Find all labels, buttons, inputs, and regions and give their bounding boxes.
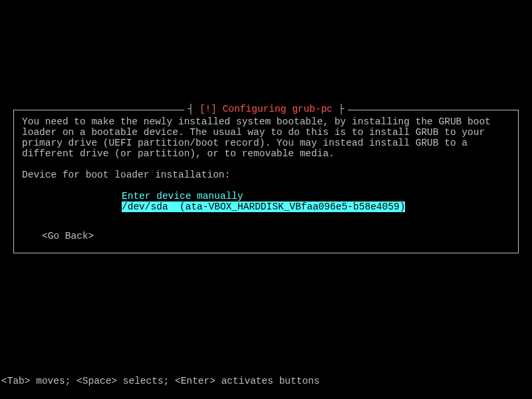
title-label: Configuring grub-pc	[217, 104, 338, 114]
dialog-title: ┤ [!] Configuring grub-pc ├	[184, 104, 348, 114]
dialog-prompt: Device for boot loader installation:	[22, 170, 510, 181]
go-back-button[interactable]: <Go Back>	[42, 231, 94, 241]
title-bracket-left: ┤	[188, 104, 200, 114]
title-bracket-right: ├	[338, 104, 344, 114]
title-flag: [!]	[200, 104, 217, 114]
device-options-list: Enter device manually /dev/sda (ata-VBOX…	[122, 192, 510, 213]
dialog-title-bar: ┤ [!] Configuring grub-pc ├	[14, 104, 518, 115]
option-dev-sda[interactable]: /dev/sda (ata-VBOX_HARDDISK_VBfaa096e5-b…	[122, 202, 510, 213]
grub-config-dialog: ┤ [!] Configuring grub-pc ├ You need to …	[13, 110, 519, 253]
footer-help-text: <Tab> moves; <Space> selects; <Enter> ac…	[1, 376, 320, 387]
dialog-body-text: You need to make the newly installed sys…	[22, 117, 510, 160]
option-enter-manually[interactable]: Enter device manually	[122, 192, 510, 202]
go-back-row: <Go Back>	[42, 231, 510, 242]
option-enter-manually-label: Enter device manually	[122, 191, 243, 201]
option-dev-sda-label: /dev/sda (ata-VBOX_HARDDISK_VBfaa096e5-b…	[122, 201, 405, 212]
